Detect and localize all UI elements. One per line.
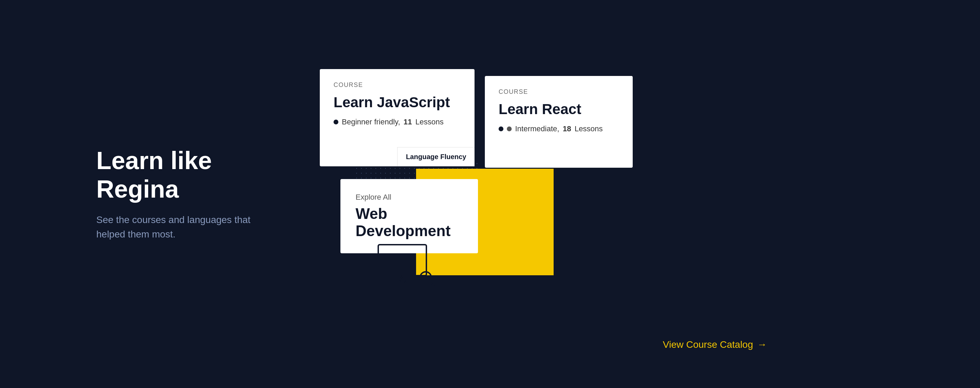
svg-rect-2 — [383, 264, 404, 267]
course-title-js: Learn JavaScript — [334, 94, 461, 111]
view-catalog-text: View Course Catalog — [663, 339, 753, 350]
hero-subtitle: See the courses and languages that helpe… — [96, 213, 275, 242]
course-card-javascript[interactable]: Course Learn JavaScript Beginner friendl… — [320, 69, 474, 166]
laptop-illustration — [371, 243, 440, 289]
right-section: Course Learn JavaScript Beginner friendl… — [302, 0, 884, 388]
difficulty-dot-js — [334, 119, 338, 124]
course-label-js: Course — [334, 81, 461, 89]
course-label-react: Course — [499, 88, 619, 95]
course-title-react: Learn React — [499, 101, 619, 118]
cards-area: Course Learn JavaScript Beginner friendl… — [320, 69, 560, 310]
lessons-count-react: 18 — [563, 124, 571, 134]
course-meta-react: Intermediate, 18 Lessons — [499, 124, 619, 134]
course-difficulty-react: Intermediate, — [515, 124, 559, 134]
course-difficulty-js: Beginner friendly, — [342, 118, 400, 126]
hero-title: Learn like Regina — [96, 146, 275, 204]
language-fluency-tag: Language Fluency — [397, 147, 474, 166]
difficulty-dot-react-1 — [499, 126, 503, 131]
lessons-count-js: 11 — [404, 118, 412, 126]
svg-line-7 — [430, 281, 434, 286]
arrow-icon: → — [757, 339, 767, 350]
explore-card-web-dev[interactable]: Explore All Web Development — [340, 179, 478, 253]
svg-line-3 — [398, 276, 402, 284]
difficulty-dot-react-2 — [507, 126, 512, 131]
svg-line-4 — [402, 276, 406, 284]
left-section: Learn like Regina See the courses and la… — [96, 146, 302, 242]
lessons-label-react: Lessons — [574, 124, 603, 134]
page-wrapper: Learn like Regina See the courses and la… — [0, 0, 980, 388]
explore-label: Explore All — [356, 193, 463, 202]
course-card-react[interactable]: Course Learn React Intermediate, 18 Less… — [485, 76, 633, 168]
explore-title: Web Development — [356, 205, 463, 240]
svg-rect-1 — [383, 259, 411, 262]
view-course-catalog-link[interactable]: View Course Catalog → — [663, 339, 767, 350]
lessons-label-js: Lessons — [415, 118, 444, 126]
course-meta-js: Beginner friendly, 11 Lessons — [334, 118, 461, 126]
